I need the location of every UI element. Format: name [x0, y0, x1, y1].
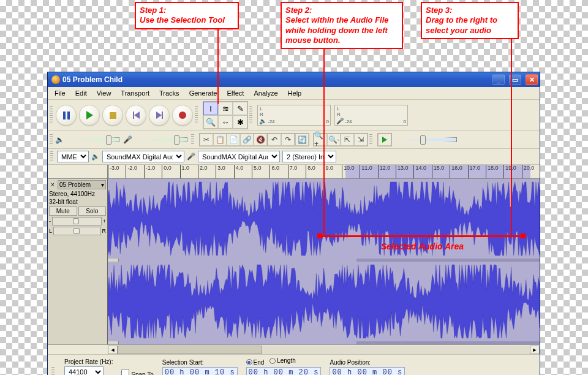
zoom-in-button[interactable]: 🔍+ — [314, 134, 327, 146]
edit-toolbar: ✂ 📋 📄 🔗 🔇 ↶ ↷ 🔄 — [199, 133, 309, 146]
zoom-tool[interactable]: 🔍 — [203, 115, 218, 129]
copy-button[interactable]: 📋 — [213, 134, 227, 146]
chevron-down-icon: ▾ — [101, 181, 104, 188]
stop-icon — [110, 112, 116, 119]
audio-position-value[interactable]: 00 h 00 m 00 s — [330, 367, 405, 376]
pause-button[interactable] — [56, 105, 77, 126]
toolbar-grip[interactable] — [249, 106, 252, 124]
speaker-icon: 🔈 — [91, 153, 100, 161]
selection-start-value[interactable]: 00 h 00 m 10 s — [162, 367, 238, 376]
toolbar-grip[interactable] — [50, 106, 53, 124]
toolbar-grip[interactable] — [50, 151, 53, 162]
mic-icon: 🎤 — [336, 118, 344, 124]
selection-end-value[interactable]: 00 h 00 m 20 s — [246, 367, 322, 376]
menu-transport[interactable]: Transport — [116, 88, 154, 98]
multi-tool[interactable]: ✱ — [233, 115, 247, 129]
track-info: 32-bit float — [49, 199, 106, 205]
selected-area-label: Selected Audio Area — [381, 241, 464, 251]
toolbar-grip[interactable] — [191, 134, 194, 145]
toolbar-mixer: 🔈 🎤 ✂ 📋 📄 🔗 🔇 ↶ ↷ 🔄 🔍+ 🔍- ⇱ ⇲ — [48, 131, 540, 149]
pan-slider[interactable] — [53, 227, 100, 235]
selection-tool[interactable]: I — [203, 102, 218, 115]
envelope-tool[interactable]: ≋ — [218, 102, 233, 115]
meter-l-label: L — [260, 106, 262, 112]
audacity-window: 05 Problem Child _ ▭ ✕ File Edit View Tr… — [47, 72, 540, 375]
trim-button[interactable]: 🔗 — [240, 134, 254, 146]
scroll-left-button[interactable]: ◄ — [108, 346, 118, 354]
input-device-select[interactable]: SoundMAX Digital Audio — [198, 151, 280, 162]
skip-start-button[interactable] — [126, 105, 146, 126]
silence-button[interactable]: 🔇 — [254, 134, 267, 146]
undo-button[interactable]: ↶ — [268, 134, 281, 146]
track-info: Stereo, 44100Hz — [49, 191, 106, 197]
menu-bar: File Edit View Transport Tracks Generate… — [48, 87, 540, 100]
toolbar-grip[interactable] — [369, 134, 372, 145]
minimize-button[interactable]: _ — [492, 74, 505, 85]
menu-view[interactable]: View — [92, 88, 116, 98]
toolbar-transport: I ≋ ✎ 🔍 ↔ ✱ L R 🔈 -240 L R 🎤 -240 — [48, 100, 540, 131]
toolbar-grip[interactable] — [195, 106, 198, 124]
scrollbar-track[interactable] — [118, 346, 530, 354]
menu-analyze[interactable]: Analyze — [249, 88, 282, 98]
timeshift-tool[interactable]: ↔ — [218, 115, 233, 129]
fit-selection-button[interactable]: ⇱ — [341, 134, 354, 146]
audio-position-label: Audio Position: — [330, 359, 405, 366]
menu-tracks[interactable]: Tracks — [155, 88, 184, 98]
sync-lock-button[interactable]: 🔄 — [295, 134, 309, 146]
zoom-out-button[interactable]: 🔍- — [327, 134, 341, 146]
track-name-dropdown[interactable]: 05 Problem▾ — [58, 180, 106, 189]
zoom-toolbar: 🔍+ 🔍- ⇱ ⇲ — [313, 133, 368, 146]
scrollbar-thumb[interactable] — [118, 346, 262, 354]
output-device-select[interactable]: SoundMAX Digital Audio — [102, 151, 184, 162]
titlebar[interactable]: 05 Problem Child _ ▭ ✕ — [48, 72, 540, 87]
input-volume-slider[interactable] — [136, 135, 187, 145]
selection-bar: Project Rate (Hz): 44100 Snap To Selecti… — [48, 354, 540, 375]
annotation-line-2 — [323, 48, 325, 237]
waveform-channel-right — [108, 262, 540, 341]
timeline-ruler-row: -3.0-2.0-1.00.01.02.03.04.05.06.07.08.09… — [48, 165, 540, 179]
paste-button[interactable]: 📄 — [227, 134, 240, 146]
playback-meter[interactable]: L R 🔈 -240 — [257, 105, 331, 126]
selected-area-line — [319, 235, 522, 237]
gain-slider[interactable] — [52, 217, 102, 225]
play-button[interactable] — [79, 105, 100, 126]
snap-to-checkbox[interactable]: Snap To — [121, 369, 153, 376]
playback-speed-slider[interactable] — [396, 135, 457, 145]
cut-button[interactable]: ✂ — [200, 134, 213, 146]
annotation-line-1 — [217, 25, 219, 104]
close-button[interactable]: ✕ — [526, 74, 538, 85]
redo-button[interactable]: ↷ — [281, 134, 295, 146]
tools-toolbar: I ≋ ✎ 🔍 ↔ ✱ — [203, 101, 248, 129]
meter-l-label: L — [337, 106, 339, 112]
solo-button[interactable]: Solo — [78, 206, 107, 216]
menu-effect[interactable]: Effect — [223, 88, 249, 98]
scroll-right-button[interactable]: ► — [530, 346, 540, 354]
menu-generate[interactable]: Generate — [185, 88, 222, 98]
toolbar-grip[interactable] — [50, 134, 53, 145]
record-icon — [179, 112, 186, 119]
device-toolbar: MME 🔈 SoundMAX Digital Audio 🎤 SoundMAX … — [48, 149, 540, 165]
menu-edit[interactable]: Edit — [71, 88, 91, 98]
mute-button[interactable]: Mute — [49, 206, 77, 216]
end-radio[interactable]: End — [246, 359, 265, 366]
audio-host-select[interactable]: MME — [57, 151, 89, 162]
record-meter[interactable]: L R 🎤 -240 — [334, 105, 408, 126]
annotation-step2: Step 2: Select within the Audio File whi… — [281, 2, 403, 49]
track-control-panel: × 05 Problem▾ Stereo, 44100Hz 32-bit flo… — [48, 179, 108, 344]
draw-tool[interactable]: ✎ — [233, 102, 247, 115]
fit-project-button[interactable]: ⇲ — [354, 134, 368, 146]
menu-help[interactable]: Help — [284, 88, 306, 98]
skip-end-button[interactable] — [149, 105, 170, 126]
stop-button[interactable] — [102, 105, 123, 126]
menu-file[interactable]: File — [50, 88, 70, 98]
app-icon — [51, 75, 60, 84]
selected-area-handle-left — [317, 233, 322, 238]
record-button[interactable] — [172, 105, 193, 126]
input-channels-select[interactable]: 2 (Stereo) Inp — [282, 151, 336, 162]
output-volume-slider[interactable] — [68, 135, 119, 145]
toolbar-grip[interactable] — [51, 367, 55, 376]
play-at-speed-button[interactable] — [378, 134, 391, 146]
track-close-button[interactable]: × — [49, 181, 56, 188]
project-rate-select[interactable]: 44100 — [64, 366, 104, 376]
length-radio[interactable]: Length — [270, 357, 296, 364]
